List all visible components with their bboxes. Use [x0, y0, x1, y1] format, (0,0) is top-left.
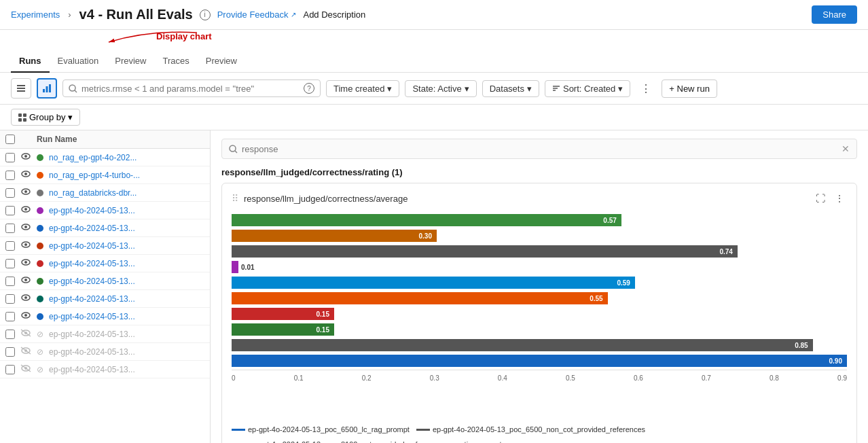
state-filter[interactable]: State: Active ▾	[405, 80, 476, 97]
run-checkbox[interactable]	[5, 153, 15, 162]
eye-icon[interactable]	[20, 205, 31, 215]
run-name-label[interactable]: ep-gpt-4o-2024-05-13...	[49, 206, 135, 215]
run-row[interactable]: no_rag_databricks-dbr...	[0, 184, 210, 202]
fullscreen-button[interactable]: ⛶	[813, 192, 828, 205]
svg-point-35	[24, 314, 27, 317]
run-checkbox[interactable]	[5, 312, 15, 321]
select-all-checkbox[interactable]	[5, 135, 15, 144]
run-row[interactable]: ep-gpt-4o-2024-05-13...	[0, 237, 210, 255]
tab-traces[interactable]: Traces	[154, 50, 197, 73]
run-name-label[interactable]: ep-gpt-4o-2024-05-13...	[49, 312, 135, 321]
datasets-filter[interactable]: Datasets ▾	[482, 80, 539, 97]
run-row[interactable]: ep-gpt-4o-2024-05-13...	[0, 255, 210, 272]
run-name-label[interactable]: ep-gpt-4o-2024-05-13...	[49, 365, 135, 374]
eye-icon[interactable]	[20, 258, 31, 268]
tab-evaluation[interactable]: Evaluation	[50, 50, 107, 73]
run-checkbox[interactable]	[5, 171, 15, 180]
run-name-label[interactable]: ep-gpt-4o-2024-05-13...	[49, 277, 135, 286]
tab-preview2[interactable]: Preview	[198, 50, 245, 73]
legend-item: ep-gpt-4o-2024-05-13_poc_6500_lc_rag_pro…	[232, 425, 410, 433]
run-color-dot	[37, 172, 43, 179]
more-options-button[interactable]: ⋮	[636, 79, 656, 99]
run-name-label[interactable]: ep-gpt-4o-2024-05-13...	[49, 259, 135, 268]
tab-preview1[interactable]: Preview	[107, 50, 154, 73]
run-row[interactable]: ⊘ep-gpt-4o-2024-05-13...	[0, 325, 210, 343]
run-name-label[interactable]: no_rag_ep-gpt-4-turbo-...	[49, 171, 140, 180]
filter-input[interactable]	[82, 84, 300, 94]
run-checkbox[interactable]	[5, 259, 15, 268]
run-checkbox[interactable]	[5, 188, 15, 198]
new-run-button[interactable]: + New run	[662, 79, 717, 98]
eye-icon[interactable]	[20, 276, 31, 286]
run-row[interactable]: ep-gpt-4o-2024-05-13...	[0, 219, 210, 237]
external-link-icon: ↗	[291, 11, 296, 18]
run-name-label[interactable]: ep-gpt-4o-2024-05-13...	[49, 347, 135, 357]
tab-runs[interactable]: Runs	[11, 50, 50, 73]
list-view-button[interactable]	[11, 78, 31, 99]
run-checkbox[interactable]	[5, 224, 15, 233]
run-name-label[interactable]: ep-gpt-4o-2024-05-13...	[49, 241, 135, 251]
metric-search-input[interactable]	[242, 144, 837, 154]
run-checkbox[interactable]	[5, 277, 15, 286]
run-name-label[interactable]: ep-gpt-4o-2024-05-13...	[49, 294, 135, 304]
time-created-filter[interactable]: Time created ▾	[326, 80, 399, 97]
group-by-button[interactable]: Group by ▾	[11, 109, 80, 126]
eye-icon[interactable]	[20, 241, 31, 251]
run-row[interactable]: ⊘ep-gpt-4o-2024-05-13...	[0, 361, 210, 378]
add-description-link[interactable]: Add Description	[303, 10, 365, 20]
list-icon	[16, 84, 26, 93]
run-row[interactable]: ep-gpt-4o-2024-05-13...	[0, 290, 210, 308]
info-icon[interactable]: i	[200, 10, 211, 20]
chart-options-button[interactable]: ⋮	[832, 192, 847, 205]
run-name-label[interactable]: no_rag_databricks-dbr...	[49, 188, 137, 198]
runs-panel: Run Name no_rag_ep-gpt-4o-202...no_rag_e…	[0, 130, 211, 443]
feedback-link[interactable]: Provide Feedback ↗	[217, 10, 297, 20]
eye-icon[interactable]	[20, 152, 31, 162]
eye-icon[interactable]	[20, 223, 31, 233]
eye-icon[interactable]	[20, 294, 31, 304]
bar-row: 0.59	[232, 276, 847, 289]
svg-point-23	[24, 208, 27, 211]
run-row[interactable]: no_rag_ep-gpt-4-turbo-...	[0, 166, 210, 184]
run-row[interactable]: ep-gpt-4o-2024-05-13...	[0, 308, 210, 325]
run-checkbox[interactable]	[5, 330, 15, 339]
hidden-eye-icon[interactable]	[20, 347, 31, 357]
chevron-down-icon: ▾	[527, 84, 532, 94]
run-row[interactable]: ep-gpt-4o-2024-05-13...	[0, 202, 210, 219]
sort-filter[interactable]: Sort: Created ▾	[545, 80, 630, 97]
x-axis-label: 0.9	[837, 374, 847, 382]
run-name-label[interactable]: ep-gpt-4o-2024-05-13...	[49, 330, 135, 339]
chart-panel: ✕ response/llm_judged/correctness/rating…	[211, 130, 868, 443]
eye-icon[interactable]	[20, 170, 31, 180]
chart-view-button[interactable]	[37, 78, 57, 99]
bar-value-label: 0.85	[795, 342, 810, 349]
eye-icon[interactable]	[20, 188, 31, 198]
bar-value-label: 0.15	[317, 311, 331, 318]
run-checkbox[interactable]	[5, 294, 15, 304]
bar-fill: 0.59	[232, 277, 635, 289]
filter-info-icon[interactable]: ?	[304, 83, 314, 94]
run-checkbox[interactable]	[5, 347, 15, 357]
bars-area: 0.570.300.740.010.590.550.150.150.850.90…	[232, 213, 847, 398]
run-row[interactable]: ep-gpt-4o-2024-05-13...	[0, 272, 210, 290]
breadcrumb-experiments[interactable]: Experiments	[11, 10, 60, 20]
run-row[interactable]: no_rag_ep-gpt-4o-202...	[0, 149, 210, 166]
run-checkbox[interactable]	[5, 206, 15, 215]
run-name-label[interactable]: ep-gpt-4o-2024-05-13...	[49, 224, 135, 233]
eye-icon[interactable]	[20, 311, 31, 321]
run-checkbox[interactable]	[5, 241, 15, 251]
hash-icon: ⊘	[37, 365, 43, 374]
run-checkbox[interactable]	[5, 365, 15, 374]
bar-value-label: 0.59	[617, 279, 632, 287]
clear-search-icon[interactable]: ✕	[842, 143, 850, 154]
share-button[interactable]: Share	[812, 5, 857, 24]
run-name-label[interactable]: no_rag_ep-gpt-4o-202...	[49, 153, 137, 162]
run-row[interactable]: ⊘ep-gpt-4o-2024-05-13...	[0, 343, 210, 361]
x-axis-label: 0.4	[498, 374, 507, 382]
svg-point-38	[24, 332, 27, 334]
run-color-dot	[37, 190, 43, 196]
hidden-eye-icon[interactable]	[20, 364, 31, 374]
chevron-down-icon: ▾	[68, 112, 73, 122]
run-table-header: Run Name	[0, 130, 210, 149]
hidden-eye-icon[interactable]	[20, 329, 31, 339]
